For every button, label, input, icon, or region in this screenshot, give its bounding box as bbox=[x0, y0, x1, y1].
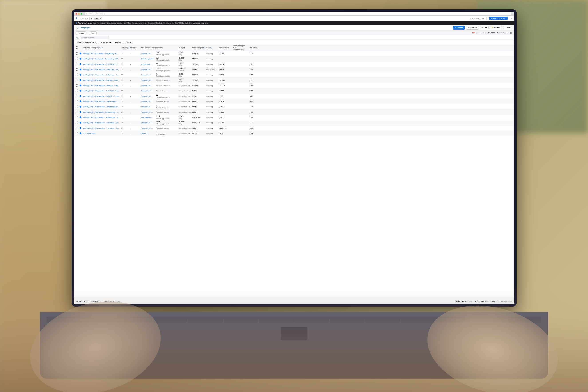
row-checkbox[interactable] bbox=[76, 58, 78, 60]
campaign-link[interactable]: WePlay 23/24 - Merchandise - RoW ASIA - … bbox=[83, 90, 121, 92]
row-checkbox[interactable] bbox=[76, 106, 78, 108]
row-checkbox[interactable] bbox=[76, 52, 78, 54]
banner-text: Ads that include Indonesia as a location… bbox=[93, 22, 208, 24]
campaign-link[interactable]: WePlay 23/24 - Merchandise - United King… bbox=[83, 106, 121, 108]
table-body: WePlay 23/24 - App Installs - Prospectin… bbox=[74, 51, 514, 298]
more-button[interactable]: More ▾ bbox=[503, 26, 512, 29]
row-checkbox[interactable] bbox=[76, 122, 78, 124]
separator: | bbox=[88, 32, 88, 34]
reports-button[interactable]: Reports ▾ bbox=[114, 41, 124, 44]
ends-cell: Ongoing bbox=[206, 63, 218, 65]
campaign-link[interactable]: WePlay 23/24 - Merchandise - Promotions … bbox=[83, 122, 121, 124]
header-ends[interactable]: Ends ▾ bbox=[206, 47, 218, 49]
row-checkbox[interactable] bbox=[76, 95, 78, 97]
search-input[interactable] bbox=[80, 36, 109, 40]
row-checkbox[interactable] bbox=[76, 127, 78, 129]
campaigns-tab-label[interactable]: Campaigns bbox=[80, 26, 90, 29]
per-1000-text: Per 1,000 impressions bbox=[496, 300, 512, 302]
date-range-label[interactable]: Maximum: Aug 11, 2021 – Sep 11, 2024 ▾ bbox=[476, 32, 509, 34]
campaign-link[interactable]: WePlay 23/24 - App Installs - Considerat… bbox=[83, 111, 121, 113]
campaign-link[interactable]: Co _ Promotions bbox=[83, 132, 121, 134]
columns-toolbar: Columns: Performance A... Breakdown ▾ Re… bbox=[74, 40, 514, 45]
status-dot bbox=[80, 74, 82, 76]
maximize-dot[interactable] bbox=[80, 13, 82, 15]
row-checkbox[interactable] bbox=[76, 63, 78, 65]
campaign-link[interactable]: WePlay 23/24 - Merchandise - United Stat… bbox=[83, 100, 121, 102]
header-clicks: Link clicks bbox=[248, 47, 261, 49]
export-button[interactable]: Export bbox=[125, 41, 133, 44]
table-row: WePlay 23/24 - App Installs - Prospectin… bbox=[74, 51, 514, 56]
ends-cell: Ongoing bbox=[206, 52, 218, 54]
top-navigation: f Campaigns WePlay // ▼ Updated just now… bbox=[74, 16, 514, 21]
close-dot[interactable] bbox=[76, 13, 77, 15]
close-panel-button[interactable]: ✕ bbox=[510, 32, 512, 34]
row-checkbox[interactable] bbox=[76, 74, 78, 76]
header-spent[interactable]: Amount spent ▾ bbox=[192, 47, 206, 49]
sort-icon: ▲▼ bbox=[100, 47, 103, 48]
attribution-cell[interactable]: Click-through attri... bbox=[141, 58, 156, 60]
row-checkbox[interactable] bbox=[76, 68, 78, 70]
breakdown-button[interactable]: Breakdown ▾ bbox=[100, 41, 113, 44]
refresh-button[interactable]: ↻ bbox=[486, 17, 488, 20]
delivery-cell: Off bbox=[121, 68, 130, 70]
campaign-link[interactable]: WePlay 23/24 - Merchandise - Germany - C… bbox=[83, 84, 121, 86]
campaign-link[interactable]: WePlay 23/24 - Merchandise - Denmark - C… bbox=[83, 79, 121, 81]
excludes-label: Excludes deleted items bbox=[102, 300, 120, 302]
header-campaign[interactable]: Off / OnCampaign ▲▼ bbox=[83, 47, 121, 49]
more-options-button[interactable]: ⋯ bbox=[510, 17, 512, 20]
edit-button[interactable]: ✏ Edit bbox=[480, 26, 488, 29]
table-row: WePlay 23/24 - Merchandise - EM DALLAS -… bbox=[74, 62, 514, 67]
campaign-link[interactable]: WePlay 23/24 - Merchandise - Collections… bbox=[83, 74, 121, 76]
row-checkbox[interactable] bbox=[76, 132, 78, 134]
table-row: WePlay 23/24 - Merchandise - Denmark - C… bbox=[74, 78, 514, 83]
header-checkbox[interactable] bbox=[76, 46, 80, 49]
review-publish-button[interactable]: Review and publish bbox=[489, 17, 508, 20]
create-button[interactable]: + Create bbox=[453, 26, 465, 30]
main-toolbar: 📊 Campaigns + Create ⧉ Duplicate ✏ Edit … bbox=[74, 25, 514, 30]
attribution-cell[interactable]: Multiple attrib... bbox=[141, 63, 156, 65]
delivery-cell: Off bbox=[121, 52, 130, 54]
ads-tab[interactable]: Ads bbox=[89, 31, 96, 35]
account-name: WePlay // bbox=[91, 17, 98, 19]
row-checkbox[interactable] bbox=[76, 100, 78, 102]
clicks-cell: €1.09 bbox=[248, 52, 261, 54]
ends-cell: May 27,2024 bbox=[206, 68, 218, 70]
columns-button[interactable]: Columns: Performance A... bbox=[76, 41, 99, 44]
campaign-link[interactable]: WePlay 23/24 - Merchandise - RoW EU - Co… bbox=[83, 95, 121, 97]
table-header: Off / OnCampaign ▲▼ Delivery ▾ Actions A… bbox=[74, 45, 514, 51]
attribution-cell[interactable]: 7-day click or 1... bbox=[141, 68, 156, 70]
campaign-link[interactable]: WePlay 23/24 - App Installs - Prospectin… bbox=[83, 58, 121, 60]
attribution-cell[interactable]: 7-day click or 1... bbox=[141, 52, 156, 54]
budget-cell: €10.00Daily bbox=[178, 57, 192, 61]
account-selector[interactable]: WePlay // ▼ bbox=[90, 17, 102, 20]
ab-test-button[interactable]: ⚡ A/B test bbox=[490, 26, 502, 29]
campaign-link[interactable]: WePlay 23/24 - Merchandise - EM DALLAS -… bbox=[83, 63, 121, 65]
table-row: WePlay 23/24 - Merchandise - RoW ASIA - … bbox=[74, 88, 514, 94]
results-cell: 35,228Landing Page Views bbox=[156, 68, 178, 72]
table-row: WePlay 23/24 - App Installs - Considerat… bbox=[74, 110, 514, 115]
row-checkbox[interactable] bbox=[76, 111, 78, 113]
table-row: WePlay 23/24 - Merchandise - Promotions … bbox=[74, 120, 514, 126]
row-checkbox[interactable] bbox=[76, 84, 78, 86]
campaign-link[interactable]: WePlay 23/24 - Merchandise - Promotions … bbox=[83, 127, 121, 129]
spent-cell: €449.31 bbox=[192, 58, 206, 60]
campaign-link[interactable]: WePlay 23/24 - App Installs - Prospectin… bbox=[83, 52, 121, 54]
ends-cell: Ongoing bbox=[206, 58, 218, 60]
minimize-dot[interactable] bbox=[78, 13, 80, 15]
browser-chrome: facebook.com/adsmanager bbox=[74, 12, 514, 16]
ad-sets-tab[interactable]: Ad sets bbox=[76, 31, 86, 35]
actions-cell: – bbox=[130, 68, 141, 70]
header-delivery[interactable]: Delivery ▾ bbox=[121, 47, 130, 49]
row-checkbox[interactable] bbox=[76, 79, 78, 81]
table-row: WePlay 23/24 - Merchandise - Promotions … bbox=[74, 126, 514, 131]
campaign-link[interactable]: WePlay 23/24 - App Installs - Considerat… bbox=[83, 116, 121, 118]
campaigns-icon: 📊 bbox=[76, 26, 78, 29]
delivery-cell: Off bbox=[121, 63, 130, 65]
duplicate-button[interactable]: ⧉ Duplicate bbox=[466, 26, 479, 30]
row-checkbox[interactable] bbox=[76, 90, 78, 92]
impressions-cell: 163,619 bbox=[218, 63, 233, 65]
campaign-link[interactable]: WePlay 23/24 - Merchandise - Collections… bbox=[83, 68, 121, 70]
total-spent: €65,841.45 Total spent bbox=[455, 300, 472, 302]
row-checkbox[interactable] bbox=[76, 116, 78, 118]
search-icon: 🔍 bbox=[76, 37, 78, 39]
